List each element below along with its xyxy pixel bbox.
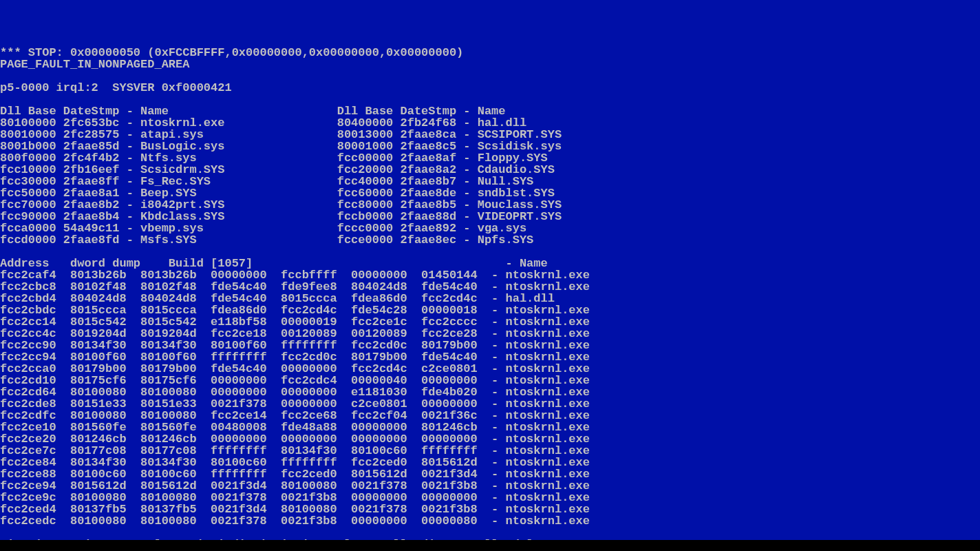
bsod-screen: *** STOP: 0x00000050 (0xFCCBFFFF,0x00000… [0, 47, 980, 551]
bottom-black-bar [0, 540, 980, 551]
